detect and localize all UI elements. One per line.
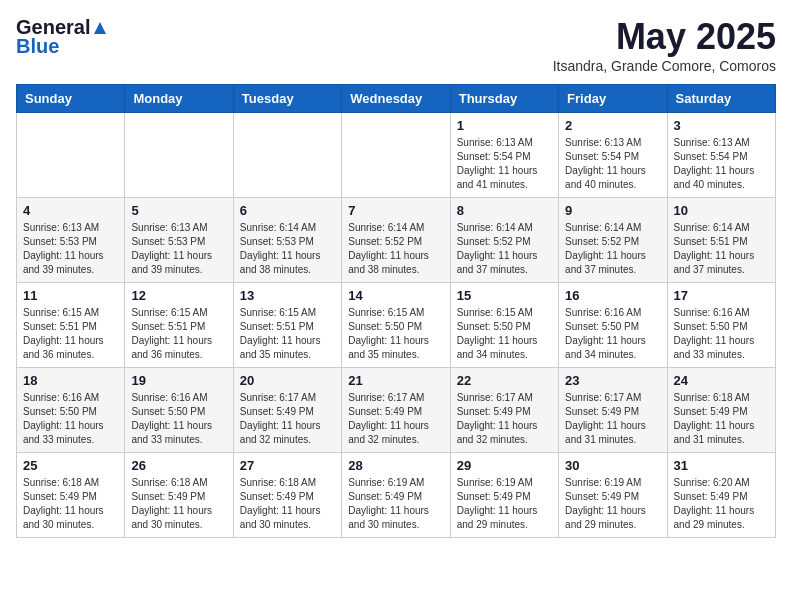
day-info: Sunrise: 6:19 AM Sunset: 5:49 PM Dayligh… [457,476,552,532]
day-number: 30 [565,458,660,473]
day-info: Sunrise: 6:17 AM Sunset: 5:49 PM Dayligh… [457,391,552,447]
day-number: 1 [457,118,552,133]
calendar-cell: 28Sunrise: 6:19 AM Sunset: 5:49 PM Dayli… [342,453,450,538]
calendar-cell: 26Sunrise: 6:18 AM Sunset: 5:49 PM Dayli… [125,453,233,538]
title-block: May 2025 Itsandra, Grande Comore, Comoro… [553,16,776,74]
day-info: Sunrise: 6:15 AM Sunset: 5:51 PM Dayligh… [131,306,226,362]
calendar-week-row: 18Sunrise: 6:16 AM Sunset: 5:50 PM Dayli… [17,368,776,453]
day-info: Sunrise: 6:16 AM Sunset: 5:50 PM Dayligh… [131,391,226,447]
day-number: 14 [348,288,443,303]
day-number: 17 [674,288,769,303]
calendar-cell: 7Sunrise: 6:14 AM Sunset: 5:52 PM Daylig… [342,198,450,283]
page-header: General Blue May 2025 Itsandra, Grande C… [16,16,776,74]
weekday-header-sunday: Sunday [17,85,125,113]
calendar-cell: 9Sunrise: 6:14 AM Sunset: 5:52 PM Daylig… [559,198,667,283]
day-number: 12 [131,288,226,303]
calendar-cell [17,113,125,198]
day-info: Sunrise: 6:13 AM Sunset: 5:54 PM Dayligh… [457,136,552,192]
calendar-cell: 13Sunrise: 6:15 AM Sunset: 5:51 PM Dayli… [233,283,341,368]
day-number: 4 [23,203,118,218]
location-subtitle: Itsandra, Grande Comore, Comoros [553,58,776,74]
day-number: 28 [348,458,443,473]
day-number: 29 [457,458,552,473]
day-number: 25 [23,458,118,473]
day-number: 16 [565,288,660,303]
day-info: Sunrise: 6:13 AM Sunset: 5:53 PM Dayligh… [131,221,226,277]
day-number: 21 [348,373,443,388]
day-number: 31 [674,458,769,473]
day-number: 24 [674,373,769,388]
day-info: Sunrise: 6:14 AM Sunset: 5:52 PM Dayligh… [348,221,443,277]
day-number: 7 [348,203,443,218]
weekday-header-monday: Monday [125,85,233,113]
calendar-week-row: 1Sunrise: 6:13 AM Sunset: 5:54 PM Daylig… [17,113,776,198]
calendar-cell: 29Sunrise: 6:19 AM Sunset: 5:49 PM Dayli… [450,453,558,538]
calendar-cell: 25Sunrise: 6:18 AM Sunset: 5:49 PM Dayli… [17,453,125,538]
day-info: Sunrise: 6:15 AM Sunset: 5:50 PM Dayligh… [348,306,443,362]
calendar-cell: 27Sunrise: 6:18 AM Sunset: 5:49 PM Dayli… [233,453,341,538]
calendar-cell: 21Sunrise: 6:17 AM Sunset: 5:49 PM Dayli… [342,368,450,453]
day-info: Sunrise: 6:17 AM Sunset: 5:49 PM Dayligh… [240,391,335,447]
day-info: Sunrise: 6:20 AM Sunset: 5:49 PM Dayligh… [674,476,769,532]
day-info: Sunrise: 6:14 AM Sunset: 5:52 PM Dayligh… [565,221,660,277]
day-number: 6 [240,203,335,218]
day-number: 18 [23,373,118,388]
calendar-cell: 15Sunrise: 6:15 AM Sunset: 5:50 PM Dayli… [450,283,558,368]
calendar-cell: 12Sunrise: 6:15 AM Sunset: 5:51 PM Dayli… [125,283,233,368]
weekday-header-friday: Friday [559,85,667,113]
calendar-cell: 30Sunrise: 6:19 AM Sunset: 5:49 PM Dayli… [559,453,667,538]
calendar-cell: 31Sunrise: 6:20 AM Sunset: 5:49 PM Dayli… [667,453,775,538]
weekday-header-saturday: Saturday [667,85,775,113]
weekday-header-thursday: Thursday [450,85,558,113]
day-number: 8 [457,203,552,218]
day-info: Sunrise: 6:19 AM Sunset: 5:49 PM Dayligh… [348,476,443,532]
day-number: 27 [240,458,335,473]
calendar-week-row: 4Sunrise: 6:13 AM Sunset: 5:53 PM Daylig… [17,198,776,283]
calendar-week-row: 25Sunrise: 6:18 AM Sunset: 5:49 PM Dayli… [17,453,776,538]
day-number: 5 [131,203,226,218]
day-info: Sunrise: 6:15 AM Sunset: 5:51 PM Dayligh… [240,306,335,362]
day-info: Sunrise: 6:15 AM Sunset: 5:51 PM Dayligh… [23,306,118,362]
calendar-cell: 14Sunrise: 6:15 AM Sunset: 5:50 PM Dayli… [342,283,450,368]
calendar-cell [125,113,233,198]
calendar-cell [233,113,341,198]
day-number: 3 [674,118,769,133]
day-number: 19 [131,373,226,388]
day-number: 23 [565,373,660,388]
logo-blue-text: Blue [16,35,59,58]
day-info: Sunrise: 6:14 AM Sunset: 5:53 PM Dayligh… [240,221,335,277]
calendar-table: SundayMondayTuesdayWednesdayThursdayFrid… [16,84,776,538]
weekday-header-tuesday: Tuesday [233,85,341,113]
calendar-cell: 2Sunrise: 6:13 AM Sunset: 5:54 PM Daylig… [559,113,667,198]
month-title: May 2025 [553,16,776,58]
day-info: Sunrise: 6:14 AM Sunset: 5:51 PM Dayligh… [674,221,769,277]
day-info: Sunrise: 6:15 AM Sunset: 5:50 PM Dayligh… [457,306,552,362]
calendar-cell: 4Sunrise: 6:13 AM Sunset: 5:53 PM Daylig… [17,198,125,283]
calendar-cell: 20Sunrise: 6:17 AM Sunset: 5:49 PM Dayli… [233,368,341,453]
calendar-cell: 18Sunrise: 6:16 AM Sunset: 5:50 PM Dayli… [17,368,125,453]
day-info: Sunrise: 6:18 AM Sunset: 5:49 PM Dayligh… [23,476,118,532]
day-number: 13 [240,288,335,303]
calendar-body: 1Sunrise: 6:13 AM Sunset: 5:54 PM Daylig… [17,113,776,538]
day-number: 26 [131,458,226,473]
calendar-header-row: SundayMondayTuesdayWednesdayThursdayFrid… [17,85,776,113]
calendar-cell: 1Sunrise: 6:13 AM Sunset: 5:54 PM Daylig… [450,113,558,198]
day-info: Sunrise: 6:13 AM Sunset: 5:54 PM Dayligh… [565,136,660,192]
day-number: 9 [565,203,660,218]
day-number: 10 [674,203,769,218]
calendar-cell: 24Sunrise: 6:18 AM Sunset: 5:49 PM Dayli… [667,368,775,453]
calendar-cell: 23Sunrise: 6:17 AM Sunset: 5:49 PM Dayli… [559,368,667,453]
calendar-cell: 8Sunrise: 6:14 AM Sunset: 5:52 PM Daylig… [450,198,558,283]
day-info: Sunrise: 6:17 AM Sunset: 5:49 PM Dayligh… [565,391,660,447]
calendar-cell: 3Sunrise: 6:13 AM Sunset: 5:54 PM Daylig… [667,113,775,198]
weekday-header-wednesday: Wednesday [342,85,450,113]
day-info: Sunrise: 6:16 AM Sunset: 5:50 PM Dayligh… [23,391,118,447]
calendar-cell: 10Sunrise: 6:14 AM Sunset: 5:51 PM Dayli… [667,198,775,283]
day-number: 15 [457,288,552,303]
day-number: 11 [23,288,118,303]
day-number: 2 [565,118,660,133]
calendar-cell: 17Sunrise: 6:16 AM Sunset: 5:50 PM Dayli… [667,283,775,368]
day-info: Sunrise: 6:18 AM Sunset: 5:49 PM Dayligh… [131,476,226,532]
calendar-cell: 11Sunrise: 6:15 AM Sunset: 5:51 PM Dayli… [17,283,125,368]
svg-marker-0 [94,22,106,34]
